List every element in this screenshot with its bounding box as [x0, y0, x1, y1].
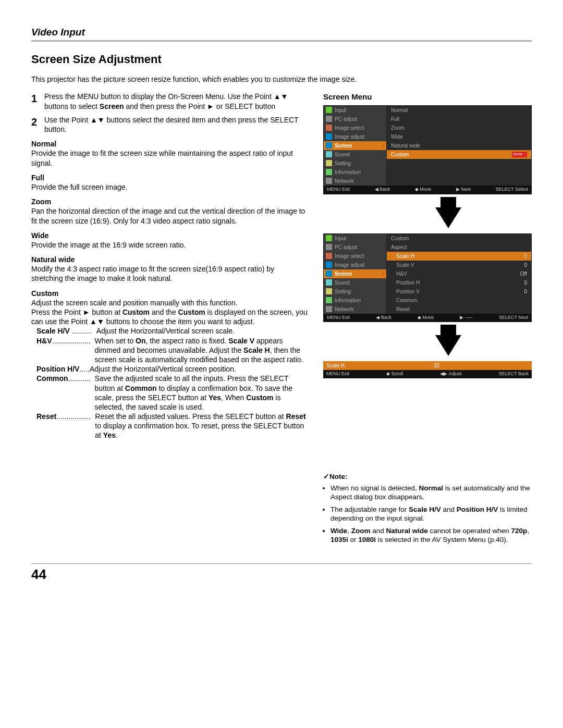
note-item-2: The adjustable range for Scale H/V and P…	[331, 505, 532, 523]
dots4: ...........	[68, 374, 91, 382]
hva: When set to	[94, 337, 136, 345]
n1b: Normal	[419, 484, 444, 492]
hvsv: Scale V	[228, 337, 254, 345]
osd-footer-hint: ◀▶ Adjust	[440, 371, 461, 377]
rsa: Reset the all adjusted values. Press the…	[95, 412, 286, 421]
osd-menu-item: Information	[324, 168, 386, 177]
cmcm: Common	[125, 384, 157, 392]
mode-normal-text: Provide the image to fit the screen size…	[31, 149, 308, 167]
cp2d: Custom	[178, 308, 205, 316]
hvon: On	[136, 337, 145, 345]
hvsh: Scale H	[243, 346, 270, 354]
page-footer: 44	[31, 563, 532, 584]
osd-footer-hint: ▶ -----	[460, 315, 473, 321]
def-poshv-desc: Adjust the Horizontal/Vertical screen po…	[90, 364, 308, 374]
step-2-text: Use the Point ▲▼ buttons select the desi…	[44, 115, 308, 134]
def-hv-desc: When set to On, the aspect ratio is fixe…	[94, 336, 308, 365]
left-column: 1 Press the MENU button to display the O…	[31, 92, 308, 547]
n2c: and	[441, 505, 457, 513]
step1-b: and then press the Point ► or SELECT but…	[124, 102, 276, 110]
mode-zoom-text: Pan the horizontal direction of the imag…	[31, 206, 308, 225]
osd-menu-item: Image adjust	[324, 261, 386, 269]
def-reset-desc: Reset the all adjusted values. Press the…	[95, 412, 308, 440]
note-item-1: When no signal is detected, Normal is se…	[331, 484, 532, 502]
osd-option-item: Custommore...	[387, 150, 531, 159]
note-item-3: Wide, Zoom and Natural wide cannot be op…	[331, 526, 532, 545]
def-common-term: Common	[36, 374, 68, 382]
cmy: Yes	[209, 393, 221, 402]
osd-screenshot-2: InputPC adjustImage selectImage adjustSc…	[323, 233, 532, 323]
osd-menu-item: Sound	[324, 150, 386, 159]
osd-menu-item: Information	[324, 296, 386, 305]
osd-menu-item: Screen›	[324, 141, 386, 150]
osd-menu-item: PC adjust	[324, 115, 386, 124]
osd-menu-item: PC adjust	[324, 243, 386, 252]
osd-footer-hint: SELECT Next	[499, 315, 528, 321]
rsrs: Reset	[286, 412, 306, 421]
osd-option-item: Zoom	[387, 124, 531, 132]
arrow-down-icon	[365, 325, 532, 356]
osd-option-item: Aspect	[387, 243, 531, 252]
osd-footer-hint: MENU Exit	[327, 315, 350, 321]
n3k: 1080i	[358, 536, 376, 544]
osd-option-item: Position H0	[387, 278, 531, 287]
osd-menu-item: Sound	[324, 278, 386, 287]
mode-natural-text: Modify the 4:3 aspect ratio image to fit…	[31, 264, 308, 283]
rsb: to display a confirmation box. To reset,…	[95, 422, 304, 439]
osd-menu-item: Image select	[324, 124, 386, 132]
osd-menu-item: Network	[324, 177, 386, 186]
n3l: is selected in the AV System Menu (p.40)…	[376, 536, 508, 544]
osd-menu-item: Input	[324, 106, 386, 115]
osd-menu-item: Image select	[324, 252, 386, 261]
n3j: or	[348, 536, 359, 544]
dots1: ..........	[70, 327, 92, 335]
cp2a: Press the Point ► button at	[31, 308, 123, 316]
mode-zoom-title: Zoom	[31, 197, 308, 206]
osd-option-item: Position V0	[387, 287, 531, 296]
def-scalehv-desc: Adjust the Horizontal/Vertical screen sc…	[96, 326, 308, 336]
dots3: .....	[79, 365, 89, 373]
osd-screenshot-1: InputPC adjustImage selectImage adjustSc…	[323, 105, 532, 194]
n3g: 720p	[511, 527, 528, 535]
step-2-num: 2	[31, 115, 44, 134]
osd-option-item: Natural wide	[387, 141, 531, 150]
osd-option-item: Scale V0	[387, 261, 531, 269]
arrow-down-icon	[365, 197, 532, 228]
mode-custom-p1: Adjust the screen scale and position man…	[31, 298, 308, 307]
dots5: .................	[56, 412, 91, 421]
cmcu: Custom	[246, 393, 273, 402]
osd-footer-hint: SELECT Back	[499, 371, 529, 377]
step-1-num: 1	[31, 92, 44, 110]
osd-footer-hint: ◆ Scroll	[386, 371, 403, 377]
n2b: Scale H/V	[409, 505, 441, 513]
n3c: Zoom	[351, 527, 371, 535]
screen-menu-title: Screen Menu	[323, 92, 532, 102]
rsy: Yes	[103, 431, 116, 439]
n3h: ,	[527, 527, 529, 535]
mode-full-title: Full	[31, 173, 308, 182]
n2d: Position H/V	[457, 505, 498, 513]
right-column: Screen Menu InputPC adjustImage selectIm…	[323, 92, 532, 547]
note-title: ✓Note:	[323, 472, 532, 482]
osd-option-item: Reset	[387, 305, 531, 314]
n1a: When no signal is detected,	[331, 484, 419, 492]
osd-footer-hint: MENU Exit	[326, 371, 349, 377]
def-common-desc: Save the adjusted scale to all the input…	[94, 374, 308, 412]
mode-normal-title: Normal	[31, 139, 308, 149]
n3d: and	[370, 527, 386, 535]
def-scalehv-term: Scale H/V	[36, 327, 70, 335]
rsc: .	[116, 431, 118, 439]
note-block: ✓Note: When no signal is detected, Norma…	[323, 472, 532, 545]
osd-footer-hint: ◀ Back	[376, 315, 391, 321]
section-header: Video Input	[31, 26, 532, 42]
osd-option-item: H&VOff	[387, 269, 531, 278]
mode-wide-text: Provide the image at the 16:9 wide scree…	[31, 240, 308, 250]
n3b: ,	[347, 527, 351, 535]
hvb: , the aspect ratio is fixed.	[146, 337, 229, 345]
mode-full-text: Provide the full screen image.	[31, 182, 308, 192]
osd-menu-item: Input	[324, 234, 386, 243]
osd-menu-item: Screen‹	[324, 269, 386, 278]
mode-custom-p2: Press the Point ► button at Custom and t…	[31, 307, 308, 326]
n3i: 1035i	[331, 536, 348, 544]
mode-custom-title: Custom	[31, 289, 308, 298]
